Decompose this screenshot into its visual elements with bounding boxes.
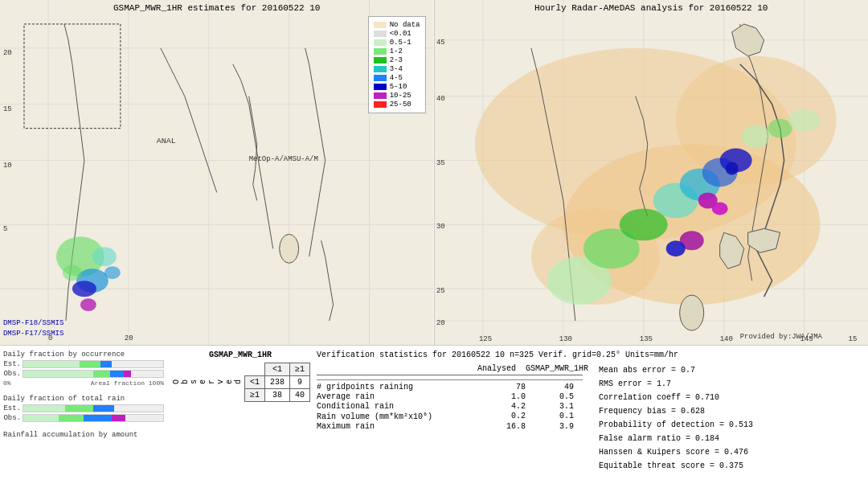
right-map-svg: 45 40 35 30 25 20 125 130 135 140 145 15… — [435, 0, 869, 345]
svg-text:130: 130 — [559, 335, 571, 343]
legend-item-5: 5-10 — [374, 83, 420, 91]
col-gsmap: GSMAP_MWR_1HR — [526, 364, 574, 373]
legend-item-1: 1-2 — [374, 47, 420, 55]
verif-stats-grid: Analysed GSMAP_MWR_1HR # gridpoints rain… — [317, 364, 865, 473]
svg-point-17 — [92, 247, 117, 266]
obs-bar-med — [93, 371, 110, 377]
total-rain-histogram: Daily fraction of total rain Est. Obs. — [3, 395, 164, 423]
obs-rain-purple — [112, 415, 125, 421]
svg-text:10: 10 — [3, 162, 12, 170]
svg-text:135: 135 — [639, 335, 652, 343]
legend-item-2: 2-3 — [374, 56, 420, 64]
legend-label-3: 3-4 — [390, 65, 403, 73]
svg-text:15: 15 — [848, 335, 857, 343]
svg-text:45: 45 — [436, 39, 444, 47]
occurrence-histogram: Daily fraction by occurrence Est. Obs. — [3, 351, 164, 387]
stats-row-1: Average rain 1.0 0.5 — [317, 392, 583, 401]
stat-mean-abs: Mean abs error = 0.7 — [599, 364, 865, 377]
legend-color-001 — [374, 31, 387, 37]
obs-rain-label: Obs. — [3, 414, 21, 422]
axis-0pct: 0% — [3, 379, 11, 387]
svg-text:15: 15 — [3, 105, 12, 113]
est-bar-green — [23, 361, 80, 367]
verif-stats-right: Mean abs error = 0.7 RMS error = 1.7 Cor… — [599, 364, 865, 473]
stat-corr: Correlation coeff = 0.710 — [599, 392, 865, 404]
row-1-label: Average rain — [317, 392, 477, 401]
legend-item-10: 10-25 — [374, 92, 420, 100]
legend-box: No data <0.01 0.5-1 1-2 2-3 — [368, 16, 426, 113]
row-4-val2: 3.9 — [526, 422, 574, 431]
svg-point-18 — [104, 266, 121, 279]
col-header-ge1: ≥1 — [290, 363, 310, 376]
legend-label-10: 10-25 — [390, 92, 411, 100]
row-1-val2: 0.5 — [526, 392, 574, 401]
legend-color-1 — [374, 48, 387, 55]
cell-11: 238 — [265, 376, 290, 389]
legend-color-4 — [374, 75, 387, 81]
stat-freq-bias: Frequency bias = 0.628 — [599, 405, 865, 418]
stats-row-2: Conditional rain 4.2 3.1 — [317, 402, 583, 411]
svg-point-55 — [711, 202, 727, 215]
row-0-val1: 78 — [477, 383, 526, 392]
legend-item-05: 0.5-1 — [374, 39, 420, 47]
stats-row-4: Maximum rain 16.8 3.9 — [317, 422, 583, 431]
row-1-val1: 1.0 — [477, 392, 526, 401]
svg-point-14 — [72, 281, 96, 297]
svg-text:20: 20 — [3, 49, 12, 57]
contingency-section: GSMAP_MWR_1HR Observed <1 ≥1 <1 238 9 — [170, 351, 310, 489]
row-4-label: Maximum rain — [317, 422, 477, 431]
svg-point-11 — [280, 234, 299, 263]
obs-occurrence-bar: Obs. — [3, 370, 164, 378]
est-bar-med — [80, 361, 100, 367]
main-container: GSMAP_MWR_1HR estimates for 20160522 10 — [0, 0, 868, 492]
contingency-title: GSMAP_MWR_1HR — [209, 351, 272, 359]
stat-rms: RMS error = 1.7 — [599, 378, 865, 391]
histograms-section: Daily fraction by occurrence Est. Obs. — [3, 351, 164, 489]
svg-text:40: 40 — [436, 95, 444, 103]
est-rain-green — [23, 405, 65, 412]
svg-text:MetOp-A/AMSU-A/M: MetOp-A/AMSU-A/M — [249, 155, 318, 163]
legend-label-5: 5-10 — [390, 83, 407, 91]
legend-color-25 — [374, 101, 387, 108]
row-0-val2: 49 — [526, 383, 574, 392]
legend-item-25: 25-50 — [374, 100, 420, 109]
cell-22: 40 — [290, 389, 310, 402]
accumulation-title: Rainfall accumulation by amount — [3, 431, 164, 439]
obs-label: Obs. — [3, 370, 21, 378]
legend-label-2: 2-3 — [390, 56, 403, 64]
stats-row-3: Rain volume (mm*km²x10⁶) 0.2 0.1 — [317, 412, 583, 421]
stat-hk: Hanssen & Kuipers score = 0.476 — [599, 446, 865, 459]
svg-text:5: 5 — [3, 225, 7, 233]
total-rain-title: Daily fraction of total rain — [3, 395, 164, 403]
row-3-label: Rain volume (mm*km²x10⁶) — [317, 412, 477, 421]
verif-stats-left: Analysed GSMAP_MWR_1HR # gridpoints rain… — [317, 364, 583, 473]
legend-color-10 — [374, 92, 387, 99]
row-2-val1: 4.2 — [477, 402, 526, 411]
legend-label-4: 4-5 — [390, 74, 403, 82]
legend-label-05: 0.5-1 — [390, 39, 411, 47]
row-2-label: Conditional rain — [317, 402, 477, 411]
est-bar-container — [23, 360, 164, 368]
row-0-label: # gridpoints raining — [317, 383, 477, 392]
obs-bar-green — [23, 371, 93, 377]
est-occurrence-bar: Est. — [3, 360, 164, 368]
left-map-panel: GSMAP_MWR_1HR estimates for 20160522 10 — [0, 0, 435, 345]
stat-far: False alarm ratio = 0.184 — [599, 433, 865, 445]
svg-text:DMSP-F17/SSMIS: DMSP-F17/SSMIS — [3, 330, 63, 338]
maps-row: GSMAP_MWR_1HR estimates for 20160522 10 — [0, 0, 868, 346]
svg-text:20: 20 — [125, 334, 133, 342]
axis-100pct: Areal fraction 100% — [91, 379, 164, 387]
svg-text:140: 140 — [719, 335, 732, 343]
table-wrapper: Observed <1 ≥1 <1 238 9 ≥1 38 — [170, 363, 310, 402]
row-header-ge1: ≥1 — [245, 389, 265, 402]
bottom-row: Daily fraction by occurrence Est. Obs. — [0, 346, 868, 492]
legend-item-3: 3-4 — [374, 65, 420, 73]
cell-21: 38 — [265, 389, 290, 402]
obs-bar-blue — [110, 371, 124, 377]
svg-point-58 — [725, 162, 738, 175]
svg-text:ANAL: ANAL — [157, 137, 176, 146]
cell-12: 9 — [290, 376, 310, 389]
stats-row-0: # gridpoints raining 78 49 — [317, 383, 583, 392]
legend-label-1: 1-2 — [390, 47, 403, 55]
obs-rain-med — [59, 415, 84, 421]
